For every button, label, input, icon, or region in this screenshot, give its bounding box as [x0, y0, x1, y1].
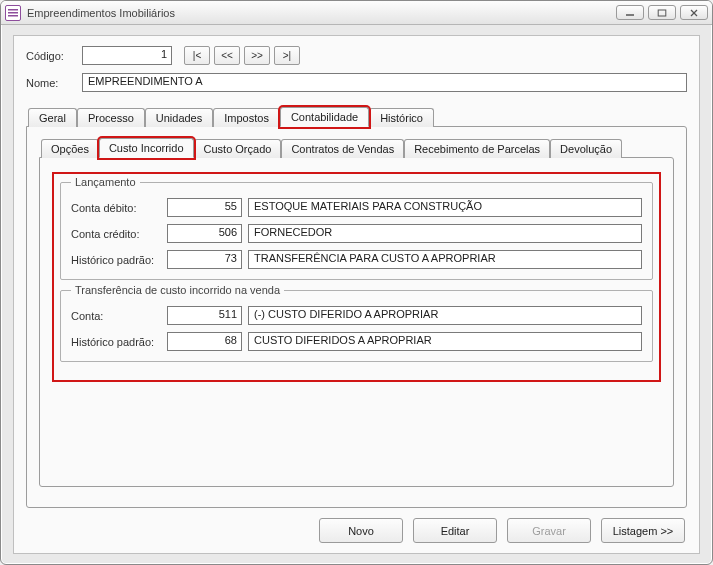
- titlebar: Empreendimentos Imobiliários: [1, 1, 712, 25]
- novo-button[interactable]: Novo: [319, 518, 403, 543]
- subtab-custo-orcado[interactable]: Custo Orçado: [194, 139, 282, 158]
- tab-geral[interactable]: Geral: [28, 108, 77, 127]
- conta-debito-code[interactable]: 55: [167, 198, 242, 217]
- window-title: Empreendimentos Imobiliários: [27, 7, 616, 19]
- legend-lancamento: Lançamento: [71, 176, 140, 188]
- app-icon: [5, 5, 21, 21]
- sub-tabs: Opções Custo Incorrido Custo Orçado Cont…: [39, 137, 674, 157]
- listagem-button[interactable]: Listagem >>: [601, 518, 685, 543]
- nome-field[interactable]: EMPREENDIMENTO A: [82, 73, 687, 92]
- subtab-custo-incorrido[interactable]: Custo Incorrido: [99, 138, 194, 158]
- subtab-devolucao[interactable]: Devolução: [550, 139, 622, 158]
- historico-lanc-desc[interactable]: TRANSFERÊNCIA PARA CUSTO A APROPRIAR: [248, 250, 642, 269]
- transf-historico-code[interactable]: 68: [167, 332, 242, 351]
- nav-next-button[interactable]: >>: [244, 46, 270, 65]
- tab-processo[interactable]: Processo: [77, 108, 145, 127]
- main-tabs: Geral Processo Unidades Impostos Contabi…: [26, 106, 687, 126]
- nome-label: Nome:: [26, 77, 74, 89]
- transf-historico-desc[interactable]: CUSTO DIFERIDOS A APROPRIAR: [248, 332, 642, 351]
- record-nav: |< << >> >|: [184, 46, 300, 65]
- conta-credito-code[interactable]: 506: [167, 224, 242, 243]
- row-codigo: Código: 1 |< << >> >|: [26, 46, 687, 65]
- client-area: Código: 1 |< << >> >| Nome: EMPREENDIMEN…: [1, 25, 712, 564]
- footer-buttons: Novo Editar Gravar Listagem >>: [26, 508, 687, 543]
- conta-debito-desc[interactable]: ESTOQUE MATERIAIS PARA CONSTRUÇÃO: [248, 198, 642, 217]
- tab-historico[interactable]: Histórico: [369, 108, 434, 127]
- historico-lanc-code[interactable]: 73: [167, 250, 242, 269]
- editar-button[interactable]: Editar: [413, 518, 497, 543]
- conta-credito-label: Conta crédito:: [71, 228, 161, 240]
- tab-impostos[interactable]: Impostos: [213, 108, 280, 127]
- minimize-button[interactable]: [616, 5, 644, 20]
- close-icon: [689, 9, 699, 17]
- group-lancamento: Lançamento Conta débito: 55 ESTOQUE MATE…: [60, 176, 653, 280]
- transf-conta-desc[interactable]: (-) CUSTO DIFERIDO A APROPRIAR: [248, 306, 642, 325]
- app-window: Empreendimentos Imobiliários Código: 1 |…: [0, 0, 713, 565]
- conta-debito-label: Conta débito:: [71, 202, 161, 214]
- inner-panel: Código: 1 |< << >> >| Nome: EMPREENDIMEN…: [13, 35, 700, 554]
- close-button[interactable]: [680, 5, 708, 20]
- codigo-label: Código:: [26, 50, 74, 62]
- nav-prev-button[interactable]: <<: [214, 46, 240, 65]
- group-transferencia: Transferência de custo incorrido na vend…: [60, 284, 653, 362]
- transf-conta-label: Conta:: [71, 310, 161, 322]
- gravar-button: Gravar: [507, 518, 591, 543]
- subtab-recebimento-parcelas[interactable]: Recebimento de Parcelas: [404, 139, 550, 158]
- minimize-icon: [625, 9, 635, 17]
- subtab-opcoes[interactable]: Opções: [41, 139, 99, 158]
- row-nome: Nome: EMPREENDIMENTO A: [26, 73, 687, 92]
- row-conta-debito: Conta débito: 55 ESTOQUE MATERIAIS PARA …: [71, 198, 642, 217]
- nav-last-button[interactable]: >|: [274, 46, 300, 65]
- maximize-button[interactable]: [648, 5, 676, 20]
- conta-credito-desc[interactable]: FORNECEDOR: [248, 224, 642, 243]
- row-historico-lanc: Histórico padrão: 73 TRANSFERÊNCIA PARA …: [71, 250, 642, 269]
- row-transf-historico: Histórico padrão: 68 CUSTO DIFERIDOS A A…: [71, 332, 642, 351]
- maximize-icon: [657, 9, 667, 17]
- legend-transferencia: Transferência de custo incorrido na vend…: [71, 284, 284, 296]
- tab-unidades[interactable]: Unidades: [145, 108, 213, 127]
- row-conta-credito: Conta crédito: 506 FORNECEDOR: [71, 224, 642, 243]
- svg-rect-1: [658, 10, 666, 16]
- subtab-contratos-vendas[interactable]: Contratos de Vendas: [281, 139, 404, 158]
- highlighted-panel: Lançamento Conta débito: 55 ESTOQUE MATE…: [52, 172, 661, 382]
- tab-body-contabilidade: Opções Custo Incorrido Custo Orçado Cont…: [26, 126, 687, 508]
- nav-first-button[interactable]: |<: [184, 46, 210, 65]
- codigo-field[interactable]: 1: [82, 46, 172, 65]
- historico-lanc-label: Histórico padrão:: [71, 254, 161, 266]
- tab-contabilidade[interactable]: Contabilidade: [280, 107, 369, 127]
- transf-historico-label: Histórico padrão:: [71, 336, 161, 348]
- subtab-body: Lançamento Conta débito: 55 ESTOQUE MATE…: [39, 157, 674, 487]
- transf-conta-code[interactable]: 511: [167, 306, 242, 325]
- row-transf-conta: Conta: 511 (-) CUSTO DIFERIDO A APROPRIA…: [71, 306, 642, 325]
- window-controls: [616, 5, 708, 20]
